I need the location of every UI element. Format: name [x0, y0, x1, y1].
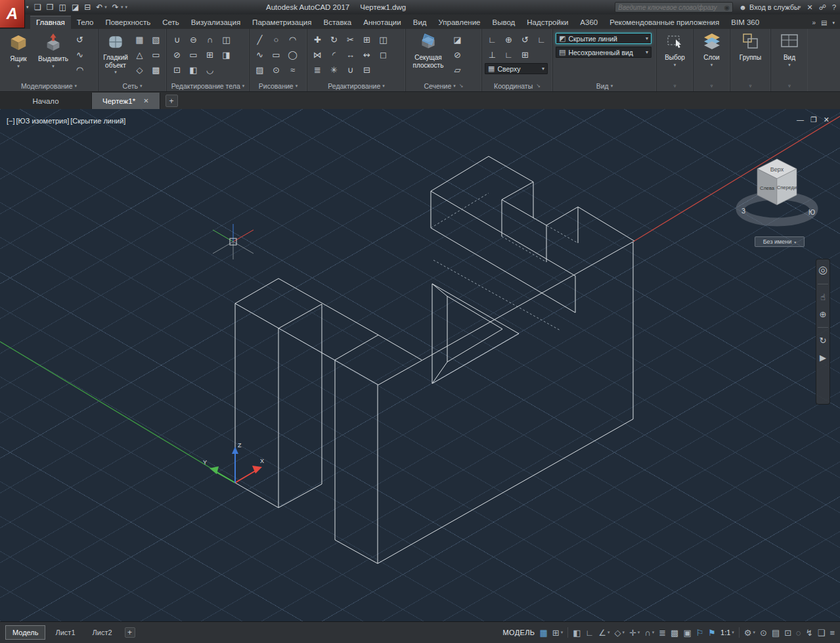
file-tab-close-icon[interactable]: ✕	[143, 97, 148, 104]
view-cube-south-label[interactable]: Ю	[808, 209, 815, 216]
infer-constraints-icon[interactable]: ◧	[573, 629, 581, 637]
mesh-crease-icon[interactable]: △	[132, 48, 147, 62]
polar-tracking-icon[interactable]: ∠	[598, 629, 606, 637]
annotation-monitor-icon[interactable]: ⊙	[760, 629, 767, 637]
ortho-mode-icon[interactable]: ∟	[586, 629, 594, 637]
panel-title-solid-editing[interactable]: Редактирование тела ▾	[167, 80, 249, 91]
panel-title-mesh[interactable]: Сеть ▾	[99, 80, 166, 91]
spline-icon[interactable]: ≈	[285, 63, 300, 77]
search-icon[interactable]: ◉	[724, 4, 730, 11]
layout-tab-sheet2[interactable]: Лист2	[85, 625, 120, 640]
save-button[interactable]: ◫	[59, 3, 66, 11]
union-icon[interactable]: ∪	[169, 33, 185, 47]
subtract-icon[interactable]: ⊖	[186, 33, 201, 47]
otrack-caret-icon[interactable]: ▾	[638, 630, 640, 635]
customization-menu-icon[interactable]: ≡	[829, 629, 835, 637]
ribbon-state-caret-icon[interactable]: ▾	[832, 20, 835, 26]
trim-icon[interactable]: ✂	[343, 33, 358, 47]
point-icon[interactable]: ⊙	[269, 63, 284, 77]
redo-caret-icon[interactable]: ▾	[121, 5, 123, 10]
object-snap-icon[interactable]: ∩	[644, 629, 650, 637]
panel-title-section[interactable]: Сечение ▾ ↘	[406, 80, 481, 91]
help-search-box[interactable]: ◉	[615, 2, 733, 12]
panel-title-groups[interactable]: ▿	[730, 80, 770, 91]
view-cube[interactable]: Верх Слева Спереди З Ю	[732, 148, 824, 235]
visual-style-combo[interactable]: ◩ Скрытие линий ▾	[556, 33, 652, 44]
mesh-extrude-icon[interactable]: ▩	[148, 63, 164, 77]
drawing-viewport[interactable]: X Y Z [−] [ЮЗ изометрия] [Скрытие линий]…	[0, 109, 840, 621]
mesh-smooth-more-icon[interactable]: ▧	[148, 33, 164, 47]
circle-icon[interactable]: ○	[269, 33, 284, 47]
annotation-autoscale-icon[interactable]: ⚑	[708, 629, 716, 637]
file-tab-drawing1[interactable]: Чертеж1* ✕	[92, 93, 160, 109]
clean-screen-icon[interactable]: ❑	[818, 629, 826, 637]
orbit-icon[interactable]: ↻	[820, 336, 827, 345]
ucs-face-icon[interactable]: ∟	[501, 48, 516, 62]
tab-bim360[interactable]: BIM 360	[725, 16, 765, 29]
panel-title-selection[interactable]: ▿	[657, 80, 693, 91]
tab-parametric[interactable]: Параметризация	[246, 16, 317, 29]
polar-caret-icon[interactable]: ▾	[608, 630, 610, 635]
ribbon-state-icon[interactable]: ▤	[821, 19, 827, 26]
plot-button[interactable]: ⊟	[84, 3, 91, 11]
sign-in-button[interactable]: ☻ Вход в службы ▾	[739, 3, 801, 11]
named-ucs-caret-icon[interactable]: ▾	[542, 66, 544, 72]
visual-style-caret-icon[interactable]: ▾	[646, 35, 648, 41]
revolve-icon[interactable]: ↺	[72, 33, 87, 47]
steering-wheel-icon[interactable]: ◎	[818, 265, 828, 275]
thicken-icon[interactable]: ⊞	[202, 48, 217, 62]
save-as-button[interactable]: ◪	[72, 3, 79, 11]
panel-title-view[interactable]: Вид ▾	[553, 80, 656, 91]
model-space-button[interactable]: МОДЕЛЬ	[502, 629, 535, 636]
polyline-icon[interactable]: ∿	[252, 48, 267, 62]
tab-output[interactable]: Вывод	[486, 16, 521, 29]
move-icon[interactable]: ✚	[310, 33, 325, 47]
scale-icon[interactable]: ↔	[343, 48, 358, 62]
mesh-smooth-less-icon[interactable]: ▭	[148, 48, 164, 62]
panel-title-modeling[interactable]: Моделирование ▾	[0, 80, 98, 91]
layout-tab-model[interactable]: Модель	[5, 625, 45, 640]
groups-button[interactable]: Группы	[733, 31, 768, 80]
workspace-switching-icon[interactable]: ⚙	[744, 629, 752, 637]
box-button[interactable]: Ящик ▾	[3, 31, 34, 80]
redo-button[interactable]: ↷	[112, 3, 119, 11]
selection-cycling-icon[interactable]: ▣	[683, 629, 691, 637]
file-tab-start[interactable]: Начало	[0, 93, 92, 109]
viewport-close-icon[interactable]: ✕	[824, 116, 829, 124]
show-motion-icon[interactable]: ▶	[820, 353, 826, 362]
annotation-scale-caret-icon[interactable]: ▾	[732, 630, 734, 635]
selection-button[interactable]: Выбор ▾	[659, 31, 690, 80]
ucs-world-icon[interactable]: ⊕	[501, 33, 516, 47]
tab-a360[interactable]: A360	[574, 16, 604, 29]
named-view-dropdown[interactable]: Без имени ▾	[755, 236, 805, 247]
view-button[interactable]: Вид ▾	[774, 31, 805, 80]
ucs-previous-icon[interactable]: ↺	[518, 33, 533, 47]
exchange-apps-icon[interactable]: ✕	[807, 3, 813, 12]
named-view-combo[interactable]: ▤ Несохраненный вид ▾	[556, 47, 652, 58]
drawing-canvas[interactable]: X Y Z	[0, 109, 840, 621]
ucs-object-icon[interactable]: ⊥	[485, 48, 500, 62]
snap-caret-icon[interactable]: ▾	[561, 630, 564, 635]
stretch-icon[interactable]: ↭	[359, 48, 374, 62]
viewport-visual-style-control[interactable]: [Скрытие линий]	[70, 117, 125, 125]
panel-title-draw[interactable]: Рисование ▾	[250, 80, 307, 91]
zoom-icon[interactable]: ⊕	[820, 310, 827, 319]
named-view-caret-icon[interactable]: ▾	[646, 49, 648, 55]
rotate-icon[interactable]: ↻	[326, 33, 342, 47]
explode-icon[interactable]: ✳	[326, 63, 342, 77]
panel-title-coordinates[interactable]: Координаты ↘	[482, 80, 552, 91]
section-flatshot-icon[interactable]: ▱	[450, 63, 465, 77]
stay-connected-icon[interactable]: ☍	[819, 3, 826, 12]
layout-tab-sheet1[interactable]: Лист1	[48, 625, 82, 640]
annotation-scale-button[interactable]: 1:1	[720, 629, 730, 636]
tab-insert[interactable]: Вставка	[317, 16, 357, 29]
annotation-visibility-icon[interactable]: ⚐	[696, 629, 704, 637]
section-generate-icon[interactable]: ⊘	[450, 48, 465, 62]
shell-icon[interactable]: ▭	[186, 48, 201, 62]
smooth-object-button[interactable]: Гладкий объект ▾	[101, 31, 130, 80]
new-drawing-tab-button[interactable]: +	[166, 95, 178, 107]
help-icon[interactable]: ?	[832, 3, 836, 11]
check-body-icon[interactable]: ◡	[202, 63, 217, 77]
loft-icon[interactable]: ◠	[72, 63, 87, 77]
viewport-minimize-icon[interactable]: —	[797, 116, 804, 124]
